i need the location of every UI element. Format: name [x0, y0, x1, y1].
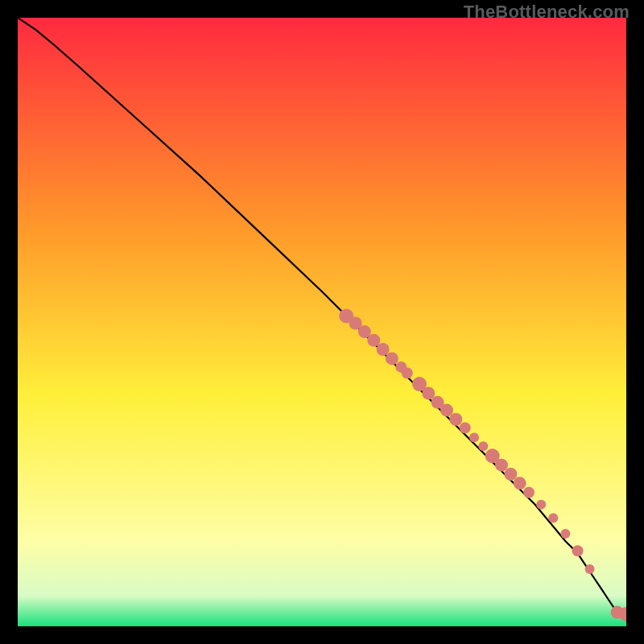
- data-point: [386, 352, 398, 365]
- data-point: [367, 334, 380, 347]
- data-point: [440, 404, 453, 417]
- data-point: [523, 487, 535, 498]
- data-point: [572, 545, 584, 556]
- data-point: [495, 459, 508, 472]
- data-point: [585, 564, 595, 574]
- data-point: [536, 500, 546, 510]
- data-point: [548, 513, 558, 522]
- data-point: [402, 368, 413, 379]
- data-point: [469, 433, 479, 443]
- chart-plot: [18, 18, 626, 626]
- data-point: [560, 529, 570, 539]
- chart-svg: [18, 18, 626, 626]
- data-point: [460, 423, 471, 434]
- data-point: [422, 387, 435, 400]
- data-point: [514, 477, 526, 489]
- data-point: [504, 468, 517, 481]
- data-point: [377, 343, 390, 356]
- heatmap-background: [18, 18, 626, 626]
- data-point: [449, 413, 462, 426]
- data-point: [478, 441, 488, 451]
